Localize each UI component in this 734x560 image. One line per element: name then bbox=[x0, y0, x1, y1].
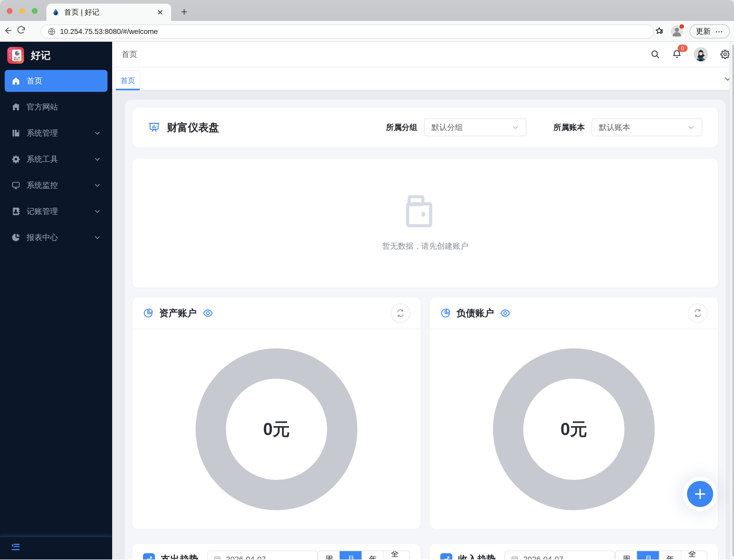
expense-range-segmented[interactable]: 周 月 年 全部 bbox=[318, 551, 410, 559]
globe-icon bbox=[47, 27, 56, 36]
browser-tab[interactable]: 首页 | 好记 ✕ bbox=[46, 4, 171, 21]
home-icon bbox=[11, 76, 20, 85]
income-date-value: 2026-04-07 bbox=[523, 555, 563, 559]
collapse-sidebar-icon[interactable] bbox=[10, 549, 21, 553]
trend-chart-icon bbox=[440, 553, 452, 559]
chevron-down-icon bbox=[688, 124, 695, 131]
browser-window: 首页 | 好记 ✕ + 10.254.75.53:8080/#/welcome … bbox=[0, 0, 734, 560]
liability-total-value: 0元 bbox=[560, 418, 587, 441]
minimize-window-button[interactable] bbox=[19, 8, 25, 14]
reload-button[interactable] bbox=[17, 26, 26, 36]
back-button[interactable] bbox=[4, 26, 13, 36]
address-bar[interactable]: 10.254.75.53:8080/#/welcome bbox=[41, 25, 654, 39]
pie-icon bbox=[11, 233, 20, 242]
user-avatar[interactable] bbox=[694, 47, 708, 61]
ledger-filter-label: 所属账本 bbox=[553, 122, 585, 133]
update-label: 更新 bbox=[696, 26, 711, 36]
sidebar: 好记 首页 官方网站 系统管理 系统工具 bbox=[0, 42, 112, 559]
asset-donut-chart: 0元 bbox=[196, 348, 358, 510]
ledger-select[interactable]: 默认账本 bbox=[592, 118, 702, 136]
scrollbar-thumb[interactable] bbox=[732, 44, 734, 557]
range-year[interactable]: 年 bbox=[659, 551, 681, 559]
chevron-down-icon bbox=[94, 156, 101, 163]
income-trend-title: 收入趋势 bbox=[458, 553, 495, 560]
chevron-down-icon bbox=[512, 124, 519, 131]
range-week[interactable]: 周 bbox=[616, 551, 637, 559]
browser-update-button[interactable]: 更新 ⋯ bbox=[690, 24, 730, 38]
liability-accounts-card: 负债账户 0元 bbox=[430, 297, 718, 529]
settings-gear-icon[interactable] bbox=[720, 49, 730, 59]
group-select[interactable]: 默认分组 bbox=[424, 118, 526, 136]
range-month[interactable]: 月 bbox=[340, 551, 362, 559]
empty-state-text: 暂无数据，请先创建账户 bbox=[382, 241, 468, 252]
eye-icon[interactable] bbox=[500, 308, 511, 319]
notifications-bell-icon[interactable]: 0 bbox=[672, 49, 682, 59]
sidebar-item-home[interactable]: 首页 bbox=[5, 70, 108, 92]
drop-favicon-icon bbox=[52, 8, 60, 16]
app-logo-row: 好记 bbox=[0, 42, 112, 68]
sidebar-item-system-manage[interactable]: 系统管理 bbox=[5, 122, 108, 144]
range-week[interactable]: 周 bbox=[318, 551, 340, 559]
range-all[interactable]: 全部 bbox=[383, 551, 409, 559]
sidebar-menu: 首页 官方网站 系统管理 系统工具 系统监控 bbox=[0, 68, 112, 254]
sidebar-item-report-center[interactable]: 报表中心 bbox=[5, 227, 108, 248]
chevron-down-icon bbox=[94, 182, 101, 189]
expense-date-value: 2026-04-07 bbox=[226, 555, 266, 559]
sidebar-item-bookkeeping[interactable]: 记账管理 bbox=[5, 200, 108, 222]
sidebar-item-system-tools[interactable]: 系统工具 bbox=[5, 148, 108, 170]
sidebar-item-system-monitor[interactable]: 系统监控 bbox=[5, 174, 108, 196]
pie-chart-icon bbox=[440, 308, 451, 318]
group-filter-label: 所属分组 bbox=[386, 122, 417, 133]
expense-date-picker[interactable]: 2026-04-07 bbox=[207, 551, 318, 559]
sidebar-item-label: 官方网站 bbox=[27, 102, 58, 112]
empty-state-card: 暂无数据，请先创建账户 bbox=[133, 159, 718, 288]
liability-card-title: 负债账户 bbox=[456, 307, 494, 320]
browser-profile-avatar[interactable] bbox=[671, 25, 683, 37]
tab-home[interactable]: 首页 bbox=[115, 70, 140, 90]
range-year[interactable]: 年 bbox=[362, 551, 383, 559]
bookmarks-sidepanel-icon[interactable] bbox=[654, 26, 664, 36]
income-date-picker[interactable]: 2026-04-07 bbox=[504, 551, 615, 559]
expense-trend-card: 支出趋势 2026-04-07 周 月 年 全部 bbox=[133, 544, 420, 559]
zoom-window-button[interactable] bbox=[32, 8, 38, 14]
sidebar-item-label: 系统监控 bbox=[27, 180, 58, 191]
chevron-down-icon bbox=[94, 208, 101, 215]
monitor-icon bbox=[11, 181, 20, 190]
asset-total-value: 0元 bbox=[263, 418, 290, 441]
gear-icon bbox=[11, 155, 20, 164]
new-tab-button[interactable]: + bbox=[177, 5, 192, 19]
sidebar-item-official-site[interactable]: 官方网站 bbox=[5, 96, 108, 118]
refresh-button[interactable] bbox=[688, 303, 707, 323]
group-select-value: 默认分组 bbox=[431, 122, 463, 133]
sidebar-item-label: 系统管理 bbox=[27, 128, 58, 139]
income-range-segmented[interactable]: 周 月 年 全部 bbox=[615, 551, 707, 559]
eye-icon[interactable] bbox=[203, 308, 213, 319]
range-all[interactable]: 全部 bbox=[681, 551, 707, 559]
search-icon[interactable] bbox=[650, 50, 660, 59]
notification-badge: 0 bbox=[678, 45, 688, 52]
close-window-button[interactable] bbox=[7, 8, 13, 14]
page-header: 首页 0 bbox=[112, 42, 734, 67]
book-icon bbox=[11, 129, 20, 138]
app-logo bbox=[7, 47, 24, 64]
chevron-down-icon bbox=[94, 130, 101, 136]
trend-chart-icon bbox=[143, 553, 155, 559]
browser-menu-icon[interactable]: ⋯ bbox=[715, 27, 724, 36]
calendar-icon bbox=[511, 555, 518, 559]
refresh-button[interactable] bbox=[391, 303, 410, 323]
traffic-lights[interactable] bbox=[7, 8, 38, 14]
page-content: 财富仪表盘 所属分组 默认分组 所属账本 默认账本 bbox=[112, 90, 734, 559]
content-panel: 财富仪表盘 所属分组 默认分组 所属账本 默认账本 bbox=[125, 100, 726, 559]
add-record-fab-button[interactable] bbox=[687, 481, 713, 507]
dashboard-header-card: 财富仪表盘 所属分组 默认分组 所属账本 默认账本 bbox=[133, 108, 718, 147]
app-name: 好记 bbox=[31, 49, 51, 62]
sidebar-item-label: 报表中心 bbox=[27, 232, 58, 243]
browser-toolbar: 10.254.75.53:8080/#/welcome 更新 ⋯ bbox=[0, 21, 734, 42]
tab-title: 首页 | 好记 bbox=[64, 7, 151, 17]
breadcrumb: 首页 bbox=[122, 49, 137, 60]
dashboard-title: 财富仪表盘 bbox=[167, 120, 219, 135]
scrollbar-track[interactable] bbox=[729, 42, 734, 559]
sidebar-item-label: 记账管理 bbox=[27, 206, 58, 217]
range-month[interactable]: 月 bbox=[637, 551, 659, 559]
tab-close-icon[interactable]: ✕ bbox=[155, 8, 165, 17]
